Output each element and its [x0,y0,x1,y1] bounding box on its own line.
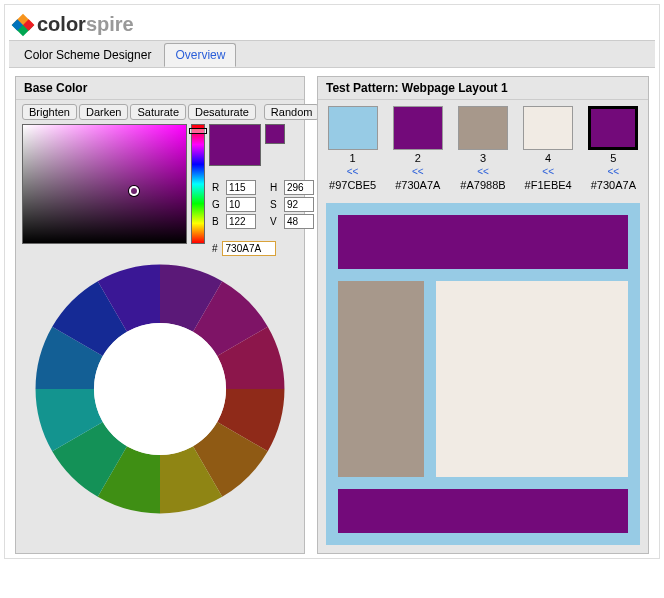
base-button-row: Brighten Darken Saturate Desaturate Rand… [16,100,304,124]
base-swatch-large [209,124,261,166]
hue-cursor-icon [189,128,207,134]
r-label: R [212,182,222,193]
palette-nav-prev[interactable]: << [477,166,489,177]
palette-hex: #730A7A [395,179,440,191]
layout-sidebar-block [338,281,424,477]
palette-chip[interactable] [393,106,443,150]
tab-overview[interactable]: Overview [164,43,236,67]
palette-hex: #97CBE5 [329,179,376,191]
random-button[interactable]: Random [264,104,320,120]
palette-hex: #F1EBE4 [525,179,572,191]
palette-index: 1 [350,152,356,164]
webpage-layout-preview [326,203,640,545]
b-input[interactable] [226,214,256,229]
wheel-center [94,323,226,455]
palette-item: 3<<#A7988B [458,106,508,191]
base-color-header: Base Color [16,77,304,100]
logo-icon [12,13,35,36]
g-label: G [212,199,222,210]
layout-header-block [338,215,628,269]
palette-chip[interactable] [523,106,573,150]
desaturate-button[interactable]: Desaturate [188,104,256,120]
tab-designer[interactable]: Color Scheme Designer [13,43,162,67]
palette-index: 4 [545,152,551,164]
palette-index: 2 [415,152,421,164]
b-label: B [212,216,222,227]
sv-cursor-icon [129,186,139,196]
palette-nav-prev[interactable]: << [347,166,359,177]
logo-text: colorspire [37,13,134,36]
palette-row: 1<<#97CBE52<<#730A7A3<<#A7988B4<<#F1EBE4… [318,100,648,195]
palette-hex: #730A7A [591,179,636,191]
palette-hex: #A7988B [460,179,505,191]
hue-slider[interactable] [191,124,205,244]
palette-nav-prev[interactable]: << [412,166,424,177]
palette-index: 5 [610,152,616,164]
palette-chip[interactable] [588,106,638,150]
hex-input[interactable] [222,241,276,256]
v-input[interactable] [284,214,314,229]
darken-button[interactable]: Darken [79,104,128,120]
base-swatch-small [265,124,285,144]
v-label: V [270,216,280,227]
test-pattern-header: Test Pattern: Webpage Layout 1 [318,77,648,100]
color-wheel[interactable] [33,262,287,516]
layout-content-block [436,281,628,477]
palette-item: 4<<#F1EBE4 [523,106,573,191]
h-label: H [270,182,280,193]
palette-nav-prev[interactable]: << [608,166,620,177]
palette-chip[interactable] [458,106,508,150]
saturation-value-picker[interactable] [22,124,187,244]
layout-footer-block [338,489,628,533]
palette-nav-prev[interactable]: << [542,166,554,177]
h-input[interactable] [284,180,314,195]
s-input[interactable] [284,197,314,212]
test-pattern-panel: Test Pattern: Webpage Layout 1 1<<#97CBE… [317,76,649,554]
palette-chip[interactable] [328,106,378,150]
hex-label: # [212,243,218,254]
app-logo: colorspire [9,9,655,40]
base-color-panel: Base Color Brighten Darken Saturate Desa… [15,76,305,554]
r-input[interactable] [226,180,256,195]
palette-index: 3 [480,152,486,164]
tab-bar: Color Scheme Designer Overview [9,40,655,68]
g-input[interactable] [226,197,256,212]
saturate-button[interactable]: Saturate [130,104,186,120]
palette-item: 2<<#730A7A [393,106,443,191]
brighten-button[interactable]: Brighten [22,104,77,120]
s-label: S [270,199,280,210]
palette-item: 1<<#97CBE5 [328,106,378,191]
palette-item: 5<<#730A7A [588,106,638,191]
